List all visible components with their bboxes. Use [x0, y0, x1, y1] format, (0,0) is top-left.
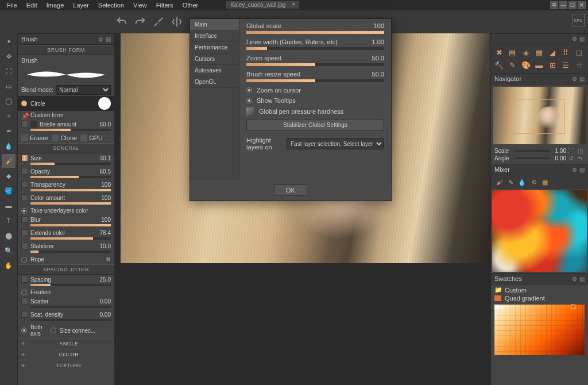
- brush-top-icon[interactable]: [152, 15, 165, 29]
- navigator-viewport[interactable]: [510, 99, 565, 134]
- panel-menu-icon[interactable]: ▤: [579, 36, 585, 42]
- angle-expand[interactable]: +ANGLE: [18, 338, 114, 349]
- gear-icon[interactable]: ⚙: [572, 167, 577, 173]
- brush-tool-icon[interactable]: 🖌: [2, 154, 16, 168]
- prefs-tab-interface[interactable]: Interface: [190, 30, 239, 42]
- window-popout-icon[interactable]: ⧉: [550, 1, 558, 9]
- lasso-tool-icon[interactable]: ◯: [2, 94, 16, 108]
- actual-icon[interactable]: ◫: [578, 148, 585, 154]
- add-tool-icon[interactable]: ✦: [2, 34, 16, 48]
- stack-icon[interactable]: ◈: [520, 47, 532, 58]
- scatdensity-toggle[interactable]: [21, 311, 28, 318]
- clone-toggle[interactable]: Clone: [52, 134, 77, 141]
- size-toggle[interactable]: ⬇: [21, 155, 28, 161]
- menu-layer[interactable]: Layer: [68, 2, 94, 9]
- prefs-tab-autosaves[interactable]: Autosaves: [190, 65, 239, 76]
- reset-angle-icon[interactable]: ↺: [568, 155, 575, 161]
- menu-view[interactable]: View: [129, 2, 152, 9]
- undo-icon[interactable]: [115, 15, 129, 29]
- hammer-icon[interactable]: 🔨: [493, 59, 505, 71]
- transform-tool-icon[interactable]: ⛶: [2, 64, 16, 78]
- stabilizer-settings-button[interactable]: Stabilizer Global Settings: [246, 119, 384, 131]
- blur-slider[interactable]: [30, 224, 111, 226]
- bristle-slider[interactable]: [30, 129, 111, 131]
- bristle-lock[interactable]: [30, 121, 37, 128]
- list-icon[interactable]: ☰: [560, 59, 571, 71]
- redo-icon[interactable]: [133, 15, 147, 29]
- lines-width-slider[interactable]: [246, 47, 384, 50]
- bristle-toggle[interactable]: [21, 121, 28, 128]
- panel-menu-icon[interactable]: ▤: [579, 167, 585, 173]
- brush-resize-slider[interactable]: [246, 79, 384, 82]
- eyedropper-tool-icon[interactable]: 💧: [2, 139, 16, 153]
- shape-tool-icon[interactable]: ⬤: [2, 229, 16, 242]
- transparency-toggle[interactable]: [21, 181, 28, 188]
- extends-slider[interactable]: [30, 237, 111, 240]
- prefs-tab-main[interactable]: Main: [190, 19, 239, 30]
- pencil-icon[interactable]: ✎: [506, 59, 518, 71]
- menu-selection[interactable]: Selection: [94, 2, 129, 9]
- mixer-swatch-icon[interactable]: ▦: [540, 178, 550, 187]
- opacity-slider[interactable]: [30, 176, 111, 178]
- prefs-tab-opengl[interactable]: OpenGL: [190, 76, 239, 88]
- zoom-speed-slider[interactable]: [246, 63, 384, 66]
- swatch-icon[interactable]: ▬: [533, 59, 545, 71]
- color-expand[interactable]: +COLOR: [18, 349, 114, 360]
- mixer-pen-icon[interactable]: ✎: [506, 178, 515, 187]
- gradient-tool-icon[interactable]: ▬: [2, 199, 16, 213]
- nav-scale-slider[interactable]: [515, 150, 550, 152]
- bothaxis-radio[interactable]: [21, 328, 27, 333]
- marquee-tool-icon[interactable]: ▭: [2, 79, 16, 93]
- blend-mode-select[interactable]: Normal: [56, 85, 111, 95]
- transparency-slider[interactable]: [30, 189, 111, 191]
- mirror-icon[interactable]: [170, 15, 184, 29]
- extends-toggle[interactable]: [21, 229, 28, 236]
- brush-type-circle[interactable]: Circle: [18, 96, 114, 111]
- dots-icon[interactable]: ⠿: [560, 47, 571, 58]
- mixer-brush-icon[interactable]: 🖌: [494, 178, 504, 187]
- scatter-slider[interactable]: [30, 306, 111, 308]
- zoom-cursor-radio[interactable]: [246, 87, 252, 93]
- sizeconn-radio[interactable]: [51, 328, 56, 333]
- menu-image[interactable]: Image: [42, 2, 69, 9]
- swatch-quad[interactable]: Quad gradient: [494, 294, 585, 302]
- slash-icon[interactable]: ◢: [547, 47, 558, 58]
- mixer-canvas[interactable]: [492, 190, 587, 272]
- scatdensity-slider[interactable]: [30, 319, 111, 321]
- menu-file[interactable]: File: [2, 2, 22, 9]
- stabilizer-toggle[interactable]: [21, 242, 28, 249]
- gpu-toggle[interactable]: GPU: [80, 134, 103, 141]
- tooltips-radio[interactable]: [246, 98, 252, 103]
- eraser-tool-icon[interactable]: ◆: [2, 169, 16, 183]
- scatter-toggle[interactable]: [21, 298, 28, 305]
- eraser-toggle[interactable]: Eraser: [21, 134, 48, 141]
- mixer-dropper-icon[interactable]: 💧: [517, 178, 527, 187]
- layers-icon[interactable]: ▤: [506, 47, 518, 58]
- pen-hardness-check[interactable]: [246, 107, 254, 116]
- prefs-tab-performance[interactable]: Performance: [190, 42, 239, 53]
- rope-settings-icon[interactable]: ✖: [106, 256, 111, 263]
- mixer-reset-icon[interactable]: ⟲: [529, 178, 538, 187]
- window-minimize-icon[interactable]: —: [559, 1, 567, 9]
- global-scale-slider[interactable]: [246, 31, 384, 34]
- nav-angle-slider[interactable]: [515, 157, 550, 159]
- menu-filters[interactable]: Filters: [152, 2, 178, 9]
- hand-tool-icon[interactable]: ✋: [2, 259, 16, 272]
- size-slider[interactable]: [30, 163, 111, 165]
- fixation-radio[interactable]: [21, 290, 27, 295]
- panel-menu-icon[interactable]: ▤: [579, 276, 585, 282]
- gear-icon[interactable]: ⚙: [572, 76, 577, 82]
- fit-icon[interactable]: ⛶: [568, 148, 575, 154]
- prefs-tab-cursors[interactable]: Cursors: [190, 53, 239, 65]
- gear-icon[interactable]: ⚙: [98, 36, 103, 43]
- square-icon[interactable]: ◻: [574, 47, 585, 58]
- search-tool-icon[interactable]: 🔍: [2, 244, 16, 257]
- spacing-toggle[interactable]: [21, 276, 28, 283]
- wand-tool-icon[interactable]: ✧: [2, 109, 16, 123]
- window-close-icon[interactable]: ✕: [578, 1, 586, 9]
- underlayers-radio[interactable]: [21, 208, 27, 214]
- panel-menu-icon[interactable]: ▤: [579, 76, 585, 82]
- coloramount-toggle[interactable]: [21, 194, 28, 201]
- blur-toggle[interactable]: [21, 216, 28, 223]
- menu-edit[interactable]: Edit: [22, 2, 42, 9]
